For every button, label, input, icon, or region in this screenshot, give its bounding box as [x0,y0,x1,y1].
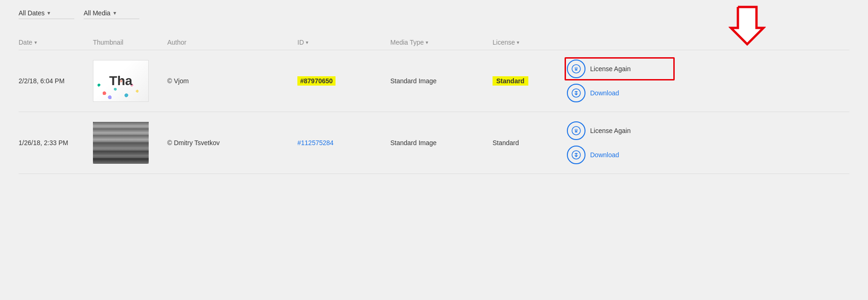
cell-media-2: Standard Image [390,139,493,147]
table-row: 1/26/18, 2:33 PM © Dmitry Tsvetkov #1125… [19,112,849,174]
cell-actions-1: ♛ License Again Download [567,60,849,102]
license-again-button-2[interactable]: ♛ License Again [567,121,631,140]
thumbnail-image-2 [93,122,149,164]
download-button-2[interactable]: Download [567,146,619,164]
id-badge-1: #87970650 [297,76,335,86]
cell-license-1: Standard [493,77,567,85]
col-header-id[interactable]: ID ▾ [297,39,390,46]
id-link-2[interactable]: #112575284 [297,139,334,147]
svg-text:♛: ♛ [574,128,579,133]
cart-crown-icon-2: ♛ [572,126,581,135]
license-again-icon-1: ♛ [567,60,585,78]
col-header-license[interactable]: License ▾ [493,39,567,46]
download-label-2: Download [590,151,619,159]
download-label-1: Download [590,89,619,97]
table-row: 2/2/18, 6:04 PM Tha © Vjom #87970650 Sta… [19,50,849,112]
date-filter-chevron: ▾ [47,10,50,16]
cell-date-2: 1/26/18, 2:33 PM [19,139,93,147]
col-header-thumbnail: Thumbnail [93,39,167,46]
col-header-actions [567,39,849,46]
thumbnail-image-1: Tha [93,60,149,102]
cell-thumbnail-1: Tha [93,60,167,102]
cell-author-1: © Vjom [167,77,297,85]
upload-cloud-icon-2 [572,150,581,160]
cell-author-2: © Dmitry Tsvetkov [167,139,297,147]
cell-id-1: #87970650 [297,77,390,85]
svg-text:♛: ♛ [574,66,579,72]
col-header-author: Author [167,39,297,46]
cart-crown-icon: ♛ [572,64,581,73]
license-again-icon-2: ♛ [567,121,585,140]
media-filter-chevron: ▾ [113,10,116,16]
license-badge-1: Standard [493,76,528,86]
media-filter-label: All Media [84,9,111,17]
cell-thumbnail-2 [93,122,167,164]
cell-actions-2: ♛ License Again Download [567,121,849,164]
download-icon-2 [567,146,585,164]
col-header-media-type[interactable]: Media Type ▾ [390,39,493,46]
page-container: All Dates ▾ All Media ▾ Date ▾ Thumbnail… [0,0,868,300]
download-icon-1 [567,84,585,102]
table-header: Date ▾ Thumbnail Author ID ▾ Media Type … [19,35,849,50]
cell-id-2: #112575284 [297,139,390,147]
license-again-label-1: License Again [590,65,631,73]
media-filter[interactable]: All Media ▾ [84,9,139,19]
date-filter-label: All Dates [19,9,45,17]
cell-license-2: Standard [493,139,567,147]
filters-row: All Dates ▾ All Media ▾ [19,9,849,24]
license-again-label-2: License Again [590,127,631,134]
cell-date-1: 2/2/18, 6:04 PM [19,77,93,85]
cell-media-1: Standard Image [390,77,493,85]
col-header-date[interactable]: Date ▾ [19,39,93,46]
annotation-arrow [729,5,766,47]
date-filter[interactable]: All Dates ▾ [19,9,74,19]
license-again-button-1[interactable]: ♛ License Again [567,60,631,78]
upload-cloud-icon [572,88,581,98]
download-button-1[interactable]: Download [567,84,619,102]
